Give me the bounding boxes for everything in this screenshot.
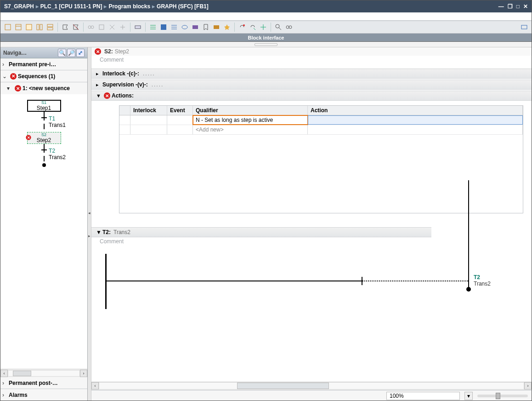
- editor: ✕ S2: Step2 Comment ▸ Interlock -(c)-: .…: [91, 47, 532, 401]
- scroll-thumb[interactable]: [237, 383, 329, 389]
- navigation-header: Naviga… 🔍 🔎 ⤢: [0, 47, 87, 58]
- actions-table: Interlock Event Qualifier Action N - Set…: [119, 105, 523, 213]
- zoom-slider[interactable]: [477, 395, 528, 397]
- tool-btn-17[interactable]: [191, 23, 200, 32]
- mini-end-icon: [42, 163, 46, 167]
- cell-qualifier[interactable]: N - Set as long as step is active: [193, 115, 308, 125]
- tool-btn-20[interactable]: [222, 23, 232, 32]
- col-action[interactable]: Action: [308, 106, 523, 115]
- nav-permanent-pre[interactable]: › Permanent pre-i…: [0, 58, 87, 70]
- restore-button[interactable]: ❐: [508, 3, 513, 10]
- collapse-icon: ▼: [96, 229, 102, 235]
- svg-point-9: [88, 26, 91, 29]
- tool-btn-13[interactable]: [148, 23, 158, 32]
- scroll-right-icon[interactable]: ›: [524, 382, 532, 390]
- cell-action[interactable]: [308, 115, 523, 125]
- sequence-overview[interactable]: S1 Step1 T1Trans1 ✕ S2 Step2 T2Trans2: [0, 94, 87, 369]
- scroll-right-icon[interactable]: ›: [80, 370, 87, 377]
- crumb-block[interactable]: GRAPH (SFC) [FB1]: [157, 3, 209, 10]
- tool-btn-12[interactable]: [133, 23, 142, 32]
- mini-step-s1[interactable]: S1 Step1: [27, 100, 61, 112]
- tool-btn-7[interactable]: [71, 23, 80, 32]
- tool-btn-21[interactable]: [238, 23, 247, 32]
- tool-btn-8[interactable]: [86, 23, 96, 32]
- tool-btn-11[interactable]: [118, 23, 127, 32]
- tool-btn-18[interactable]: [201, 23, 210, 32]
- nav-alarms[interactable]: › Alarms: [0, 389, 87, 401]
- titlebar: S7_GRAPH ▸ PLC_1 [CPU 1511-1 PN] ▸ Progr…: [0, 0, 532, 12]
- zoom-out-icon[interactable]: 🔎: [67, 49, 75, 57]
- tool-btn-24[interactable]: [274, 23, 283, 32]
- svg-rect-4: [37, 24, 39, 30]
- tool-btn-6[interactable]: [61, 23, 70, 32]
- nav-sequence-1[interactable]: ▾ ✕ 1: <new sequence: [0, 82, 87, 94]
- crumb-plc[interactable]: PLC_1 [CPU 1511-1 PN]: [40, 3, 102, 10]
- col-event[interactable]: Event: [167, 106, 193, 115]
- block-interface-bar[interactable]: Block interface: [0, 34, 532, 42]
- zoom-dropdown-icon[interactable]: ▾: [464, 392, 473, 400]
- close-button[interactable]: ✕: [523, 3, 528, 10]
- tool-btn-4[interactable]: [35, 23, 44, 32]
- scroll-left-icon[interactable]: ‹: [0, 370, 8, 377]
- crumb-folder[interactable]: Program blocks: [108, 3, 150, 10]
- error-icon: ✕: [104, 92, 110, 99]
- svg-line-27: [279, 28, 281, 30]
- tool-btn-16[interactable]: [180, 23, 189, 32]
- mini-s1-id: S1: [41, 100, 46, 105]
- mini-step-s2[interactable]: ✕ S2 Step2: [27, 132, 61, 144]
- tool-btn-2[interactable]: [14, 23, 23, 32]
- crumb-sep: ▸: [36, 3, 39, 10]
- section-actions[interactable]: ▼ ✕ Actions:: [91, 91, 532, 101]
- scroll-left-icon[interactable]: ‹: [91, 382, 99, 390]
- zoom-input[interactable]: [386, 392, 460, 400]
- scroll-thumb[interactable]: [13, 371, 31, 376]
- tool-btn-3[interactable]: [24, 23, 34, 32]
- nav-sequences[interactable]: ⌄ ✕ Sequences (1): [0, 70, 87, 82]
- step-name: Step2: [115, 48, 129, 55]
- tool-btn-23[interactable]: [259, 23, 268, 32]
- editor-hscrollbar[interactable]: ‹ ›: [91, 382, 532, 390]
- cell-event[interactable]: [167, 115, 193, 125]
- tool-btn-15[interactable]: [170, 23, 179, 32]
- crumb-sep: ▸: [104, 3, 107, 10]
- mini-s2-name: Step2: [37, 137, 51, 143]
- error-icon: ✕: [26, 135, 31, 140]
- dots-icon: .....: [143, 70, 155, 77]
- vertical-splitter[interactable]: ◂ ▸: [88, 47, 91, 401]
- tool-btn-9[interactable]: [97, 23, 106, 32]
- col-interlock[interactable]: Interlock: [130, 106, 167, 115]
- svg-rect-3: [26, 24, 32, 30]
- table-row[interactable]: N - Set as long as step is active: [119, 115, 523, 125]
- zoom-in-icon[interactable]: 🔍: [58, 49, 66, 57]
- table-row-add[interactable]: <Add new>: [119, 125, 523, 135]
- tool-btn-14[interactable]: [159, 23, 168, 32]
- section-supervision[interactable]: ▸ Supervision -(v)-: .....: [91, 80, 532, 90]
- toolbar: [0, 21, 532, 34]
- add-new-label[interactable]: <Add new>: [193, 125, 308, 134]
- cell-interlock[interactable]: [130, 115, 167, 125]
- t2-comment[interactable]: Comment: [91, 237, 532, 249]
- tool-btn-1[interactable]: [3, 23, 12, 32]
- slider-knob[interactable]: [496, 393, 500, 399]
- maximize-button[interactable]: □: [516, 3, 520, 10]
- section-t2[interactable]: ▼ T2: Trans2: [91, 227, 431, 237]
- step-comment[interactable]: Comment: [91, 56, 532, 68]
- tool-btn-right[interactable]: [520, 23, 529, 32]
- col-qualifier[interactable]: Qualifier: [193, 106, 308, 115]
- block-interface-handle[interactable]: [0, 42, 532, 47]
- tool-btn-10[interactable]: [108, 23, 117, 32]
- nav-post-label: Permanent post-…: [9, 380, 58, 386]
- ladder-network[interactable]: T2 Trans2: [105, 254, 532, 327]
- nav-hscrollbar[interactable]: ‹ ›: [0, 369, 87, 377]
- tool-btn-25[interactable]: [284, 23, 294, 32]
- minimize-button[interactable]: —: [498, 3, 504, 10]
- crumb-project[interactable]: S7_GRAPH: [4, 3, 34, 10]
- tool-btn-19[interactable]: [212, 23, 221, 32]
- svg-rect-14: [135, 26, 141, 29]
- tool-btn-22[interactable]: [248, 23, 257, 32]
- nav-permanent-post[interactable]: › Permanent post-…: [0, 377, 87, 389]
- mini-s2-id: S2: [41, 132, 46, 137]
- tool-btn-5[interactable]: [45, 23, 55, 32]
- fit-icon[interactable]: ⤢: [76, 49, 85, 57]
- section-interlock[interactable]: ▸ Interlock -(c)-: .....: [91, 69, 532, 79]
